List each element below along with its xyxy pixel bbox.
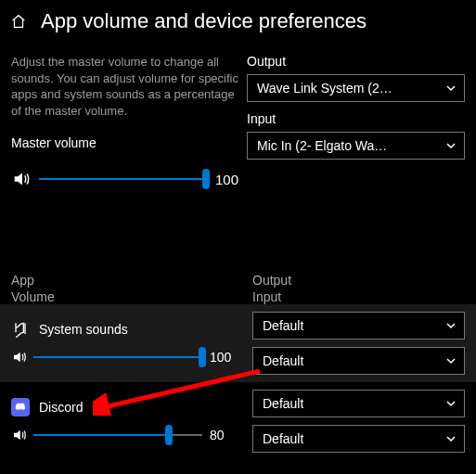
system-output-value: Default — [263, 318, 303, 333]
column-app: App — [11, 273, 252, 288]
input-device-select[interactable]: Mic In (2- Elgato Wa… — [247, 132, 465, 160]
discord-icon — [11, 398, 30, 416]
system-output-select[interactable]: Default — [252, 312, 465, 339]
app-name-system: System sounds — [39, 322, 128, 337]
chevron-down-icon — [445, 433, 457, 444]
column-output: Output — [252, 273, 291, 288]
system-input-value: Default — [263, 353, 303, 368]
chevron-down-icon — [445, 355, 457, 366]
input-device-value: Mic In (2- Elgato Wa… — [257, 138, 387, 153]
home-icon[interactable] — [9, 12, 28, 31]
discord-volume-value: 80 — [210, 428, 236, 442]
chevron-down-icon — [445, 83, 457, 94]
output-device-value: Wave Link System (2… — [257, 81, 392, 96]
column-input: Input — [252, 289, 291, 304]
app-row-system: System sounds 100 Default Default — [0, 304, 476, 382]
speaker-icon[interactable] — [11, 169, 32, 189]
chevron-down-icon — [445, 398, 457, 409]
master-volume-value: 100 — [215, 172, 247, 187]
input-label: Input — [247, 111, 465, 126]
discord-input-value: Default — [263, 431, 303, 446]
speaker-icon[interactable] — [11, 427, 28, 443]
column-headers: App Volume Output Input — [0, 273, 476, 304]
column-volume: Volume — [11, 289, 252, 304]
system-sounds-icon — [11, 320, 30, 339]
speaker-icon[interactable] — [11, 349, 28, 365]
master-volume-label: Master volume — [11, 135, 247, 150]
discord-output-value: Default — [263, 396, 303, 411]
chevron-down-icon — [445, 140, 457, 151]
system-input-select[interactable]: Default — [252, 347, 465, 375]
discord-input-select[interactable]: Default — [252, 425, 465, 453]
system-volume-slider[interactable] — [33, 348, 202, 366]
app-name-discord: Discord — [39, 400, 83, 415]
chevron-down-icon — [445, 320, 457, 331]
description-text: Adjust the master volume to change all s… — [11, 54, 247, 119]
page-title: App volume and device preferences — [41, 9, 367, 33]
system-volume-value: 100 — [210, 350, 236, 365]
discord-volume-slider[interactable] — [33, 426, 202, 444]
master-volume-slider[interactable] — [39, 170, 206, 188]
discord-output-select[interactable]: Default — [252, 390, 465, 417]
output-device-select[interactable]: Wave Link System (2… — [247, 74, 465, 102]
app-row-discord: Discord 80 Default Default — [0, 382, 476, 460]
output-label: Output — [247, 54, 465, 69]
